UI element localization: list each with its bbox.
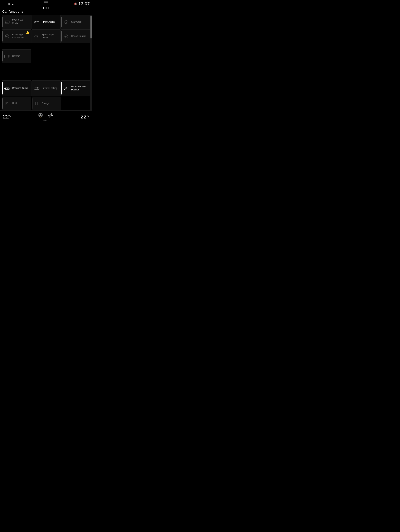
bottom-bar: 22°C <box>0 110 92 123</box>
scrollbar-track[interactable] <box>90 15 92 110</box>
page-title: Car functions <box>0 10 92 15</box>
svg-point-10 <box>66 36 66 37</box>
mute-icon: 🔇 <box>74 2 77 5</box>
temp-left[interactable]: 22°C <box>3 114 12 120</box>
hold-label: Hold <box>12 102 17 105</box>
reduced-guard-icon <box>4 86 10 91</box>
climate-center[interactable]: AUTO <box>38 112 54 121</box>
hold-cell[interactable]: Hold <box>2 97 31 110</box>
bluetooth-icon: ⊕ <box>8 2 10 5</box>
left-bar <box>61 82 62 95</box>
grid-row-camera: Camera <box>2 49 90 63</box>
page-dot-2[interactable] <box>45 7 47 9</box>
park-assist-icon: P <box>34 20 41 24</box>
speed-sign-icon <box>34 34 40 39</box>
wiper-service-icon <box>63 86 69 91</box>
svg-rect-22 <box>36 102 38 105</box>
left-bar <box>2 17 3 27</box>
esc-label: ESC Sport Mode <box>12 19 29 25</box>
start-stop-cell[interactable]: A Start/Stop <box>61 15 90 29</box>
grid-area: OFF ESC Sport Mode P <box>0 15 90 110</box>
empty-cell-1 <box>31 49 60 63</box>
park-assist-label: Park Assist <box>43 20 55 24</box>
svg-point-28 <box>50 115 51 116</box>
scrollbar-thumb[interactable] <box>90 16 92 38</box>
empty-cell-3 <box>61 97 90 110</box>
charge-label: Charge <box>42 102 49 105</box>
grid-row-bottom-1: Reduced Guard Private Locking <box>2 80 90 96</box>
start-stop-icon: A <box>63 19 69 25</box>
page-indicator <box>0 7 92 9</box>
cruise-label: Cruise Control <box>71 35 86 38</box>
private-locking-label: Private Locking <box>42 87 57 90</box>
left-bar <box>2 98 3 109</box>
start-stop-label: Start/Stop <box>71 20 82 24</box>
svg-point-24 <box>40 114 41 116</box>
empty-cell-2 <box>61 49 90 63</box>
climate-auto-label: AUTO <box>43 119 49 121</box>
left-bar <box>2 31 3 41</box>
svg-rect-16 <box>34 88 39 89</box>
left-bar <box>61 17 62 27</box>
left-bar <box>2 82 3 95</box>
reduced-guard-label: Reduced Guard <box>12 87 28 90</box>
signal-indicator: ---- <box>2 3 6 5</box>
climate-icons <box>38 112 54 119</box>
location-icon: ▲ <box>12 2 14 5</box>
charge-cell[interactable]: Charge <box>32 97 61 110</box>
menu-button[interactable] <box>44 1 48 3</box>
svg-text:A: A <box>66 21 67 23</box>
left-bar <box>32 31 32 41</box>
private-locking-cell[interactable]: Private Locking <box>32 80 61 96</box>
svg-rect-11 <box>5 55 8 57</box>
status-left: ---- ⊕ ▲ <box>2 2 14 5</box>
svg-text:90: 90 <box>6 36 8 38</box>
grid-row-1: OFF ESC Sport Mode P <box>2 15 90 29</box>
grid-row-2: 90 Road Sign Information ⚠️ Speed Sign A… <box>2 29 90 43</box>
esc-icon: OFF <box>4 19 10 25</box>
fan-auto-icon[interactable] <box>47 112 54 119</box>
private-locking-icon <box>34 86 40 91</box>
grid-row-bottom-2: Hold Charge <box>2 97 90 110</box>
park-assist-cell[interactable]: P Park Assist <box>32 15 61 29</box>
left-bar <box>32 17 32 27</box>
reduced-guard-cell[interactable]: Reduced Guard <box>2 80 31 96</box>
svg-text:OFF: OFF <box>6 22 8 23</box>
cruise-icon <box>63 34 69 39</box>
main-content: OFF ESC Sport Mode P <box>0 15 92 110</box>
page-dot-1[interactable] <box>43 7 44 9</box>
temp-right[interactable]: 22°C <box>81 114 89 120</box>
speed-sign-assist-cell[interactable]: Speed Sign Assist <box>32 29 61 43</box>
camera-icon <box>4 54 10 59</box>
road-sign-label: Road Sign Information <box>12 33 29 39</box>
svg-rect-12 <box>5 88 10 89</box>
steering-heat-icon[interactable] <box>38 113 43 119</box>
road-sign-icon: 90 <box>4 34 10 39</box>
left-bar <box>2 51 3 61</box>
road-sign-info-cell[interactable]: 90 Road Sign Information ⚠️ <box>2 29 31 43</box>
speed-sign-label: Speed Sign Assist <box>42 33 59 39</box>
charge-icon <box>34 101 40 106</box>
wiper-service-label: Wiper Service Position <box>71 85 88 91</box>
cruise-control-cell[interactable]: Cruise Control <box>61 29 90 43</box>
camera-label: Camera <box>12 55 20 58</box>
esc-sport-mode-cell[interactable]: OFF ESC Sport Mode <box>2 15 31 29</box>
camera-cell[interactable]: Camera <box>2 49 31 63</box>
svg-point-8 <box>37 35 38 36</box>
left-bar <box>61 31 62 41</box>
left-bar <box>32 82 32 95</box>
hold-icon <box>4 101 10 106</box>
page-dot-3[interactable] <box>48 7 49 9</box>
left-bar <box>32 98 32 109</box>
warning-badge: ⚠️ <box>26 31 29 34</box>
status-right: 🔇 13:07 <box>74 1 90 6</box>
svg-rect-20 <box>6 102 6 104</box>
svg-rect-13 <box>5 88 6 89</box>
clock: 13:07 <box>78 1 90 6</box>
status-bar: ---- ⊕ ▲ 🔇 13:07 <box>0 0 92 7</box>
wiper-service-cell[interactable]: Wiper Service Position <box>61 80 90 96</box>
